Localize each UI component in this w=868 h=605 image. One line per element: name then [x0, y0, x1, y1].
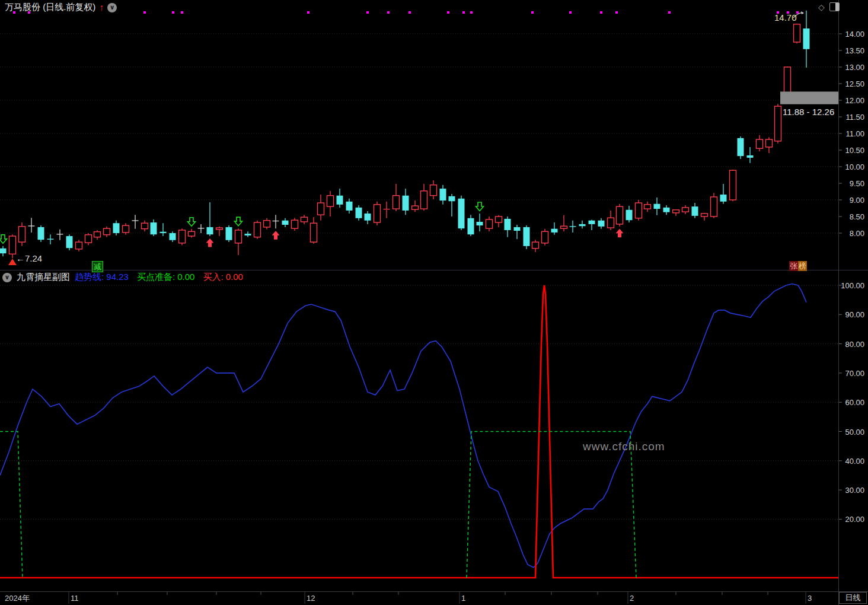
candle	[245, 231, 251, 237]
event-dot	[615, 11, 618, 14]
candle	[598, 218, 605, 229]
candle	[9, 234, 16, 258]
indicator-tick-label: 40.00	[837, 457, 864, 465]
candle	[38, 225, 44, 242]
candle	[142, 221, 148, 231]
event-dot	[668, 11, 671, 14]
axis-separator	[0, 591, 868, 592]
candle	[496, 215, 502, 227]
candle	[673, 210, 679, 216]
candle	[803, 11, 810, 68]
sell-arrow-icon	[0, 235, 7, 244]
candle	[170, 231, 176, 242]
event-dot	[143, 11, 146, 14]
split-panel-icon[interactable]	[829, 2, 840, 11]
price-tick-label: 8.50	[837, 213, 864, 221]
indicator-tick-label: 90.00	[837, 311, 864, 319]
candle	[449, 194, 455, 216]
board-badge-char: 张	[789, 261, 798, 271]
candle	[311, 217, 317, 244]
price-range-label: 11.88 - 12.26	[783, 107, 834, 117]
candle	[189, 229, 195, 238]
price-tick-label: 14.00	[837, 30, 864, 38]
indicator-tick-label: 100.00	[837, 282, 864, 289]
candle	[393, 184, 400, 211]
price-tick-label: 13.50	[837, 47, 864, 55]
period-selector[interactable]: 日线	[839, 592, 867, 604]
indicator-field: 买入: 0.00	[203, 272, 243, 283]
sell-arrow-icon	[476, 202, 484, 211]
candle	[292, 218, 298, 231]
collapse-main-icon[interactable]: ∨	[107, 3, 117, 12]
candle	[216, 227, 223, 236]
high-price-label: 14.70	[774, 12, 797, 23]
indicator-tick-label: 30.00	[837, 486, 864, 494]
candle	[198, 224, 205, 233]
event-dot	[409, 11, 411, 14]
candle	[692, 203, 698, 218]
trend-up-arrow-icon[interactable]: ↑	[99, 3, 104, 12]
series-买点准备	[0, 432, 23, 578]
board-badge-char: 榜	[798, 261, 807, 271]
price-tick-label: 9.50	[837, 180, 864, 187]
candle	[542, 229, 548, 246]
candle	[235, 228, 242, 255]
candle	[711, 193, 717, 218]
candle	[301, 215, 308, 224]
candle	[207, 202, 213, 236]
candle	[514, 225, 521, 239]
candle	[524, 225, 530, 249]
indicator-field: 买点准备: 0.00	[137, 272, 195, 283]
price-tick-label: 13.00	[837, 63, 864, 71]
candle	[66, 234, 73, 250]
candle	[747, 147, 754, 163]
candle	[532, 240, 539, 252]
candle	[730, 170, 736, 201]
series-买入	[0, 285, 838, 578]
reduce-badge: 减	[92, 261, 103, 272]
candle	[412, 200, 419, 212]
collapse-sub-icon[interactable]: ∨	[2, 273, 12, 282]
candle	[264, 218, 270, 230]
candle	[327, 191, 334, 216]
event-dot	[462, 11, 465, 14]
price-tick-label: 10.50	[837, 147, 864, 154]
event-dot	[569, 11, 572, 14]
candle	[468, 215, 474, 236]
candle	[663, 205, 670, 215]
candle	[570, 221, 576, 233]
time-tick-label: 11	[71, 594, 79, 602]
candle	[85, 233, 92, 245]
indicator-values: 趋势线: 94.23买点准备: 0.00买入: 0.00	[75, 272, 243, 283]
candle	[356, 205, 362, 221]
sell-arrow-icon	[235, 217, 242, 226]
event-dot	[181, 11, 183, 14]
candle	[608, 211, 614, 230]
candle	[738, 136, 744, 159]
indicator-tick-label: 20.00	[837, 515, 864, 523]
toolbar-icons: ◇	[818, 2, 840, 11]
candle	[0, 246, 7, 256]
event-dot	[796, 11, 799, 14]
event-dot	[307, 11, 309, 14]
candle	[160, 223, 167, 236]
subchart-title: 九霄摘星副图	[17, 272, 70, 283]
candle	[720, 184, 727, 204]
chart-title-row: 万马股份 (日线.前复权) ↑ ∨	[5, 2, 117, 13]
indicator-tick-label: 50.00	[837, 428, 864, 436]
price-tick-label: 10.00	[837, 163, 864, 171]
price-tick-label: 9.00	[837, 196, 864, 204]
watermark: www.cfchi.com	[583, 440, 665, 453]
candle	[179, 228, 186, 245]
buy-arrow-icon	[272, 231, 280, 240]
board-badge: 张 榜	[789, 261, 807, 271]
candle	[318, 195, 324, 221]
sell-arrow-icon	[188, 218, 196, 227]
diamond-icon[interactable]: ◇	[818, 3, 825, 11]
candle	[273, 215, 279, 228]
time-tick-label: 1	[461, 594, 465, 602]
time-tick-label: 2	[630, 594, 634, 602]
stock-title: 万马股份 (日线.前复权)	[5, 2, 95, 13]
candle	[132, 215, 139, 229]
chart-canvas[interactable]	[0, 0, 868, 605]
